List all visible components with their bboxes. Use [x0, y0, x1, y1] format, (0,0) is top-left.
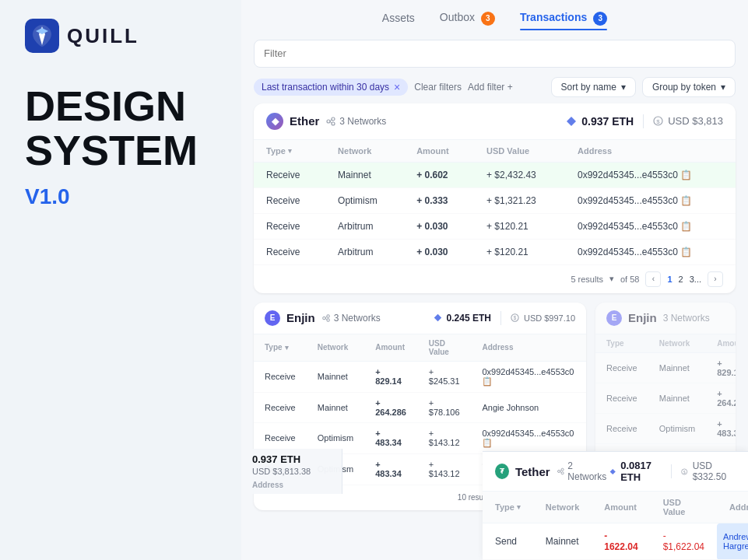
results-label[interactable]: 5 results	[571, 275, 603, 284]
page-2[interactable]: 2	[679, 275, 683, 284]
tx-network: Arbitrum	[325, 213, 404, 239]
enj-col-type[interactable]: Type ▾	[254, 334, 307, 362]
tx-amount: + 0.030	[404, 213, 474, 239]
ether-eth-amount: 0.937 ETH	[566, 115, 634, 128]
tether-header-right: 0.0817 ETH $ USD $332.50	[609, 460, 736, 483]
nav-outbox[interactable]: Outbox 3	[440, 11, 495, 29]
sort-icon: ▾	[609, 274, 614, 284]
tx-usd: + $120.21	[474, 239, 565, 264]
clear-filters-btn[interactable]: Clear filters	[414, 82, 462, 93]
tx-address[interactable]: 0x992d45345...e4553c0 📋	[471, 361, 586, 392]
enjin-ghost-icon: E	[606, 310, 622, 326]
tx-address[interactable]: 0x992d45345...e4553c0 📋	[565, 162, 736, 187]
ghost-col-type: Type	[595, 334, 648, 353]
token-name-area: ◆ Ether 3 Networks	[266, 113, 566, 130]
tx-address[interactable]: 0x992d45345...e4553c0 📋	[565, 213, 736, 239]
group-by-token-btn[interactable]: Group by token ▾	[642, 77, 736, 97]
ghost-col-network: Network	[648, 334, 706, 353]
ether-table: Type ▾ Network Amount USD Value Address …	[254, 140, 736, 265]
teth-col-type[interactable]: Type ▾	[483, 492, 533, 523]
tx-type: Send	[483, 523, 533, 560]
dollar-icon: $	[653, 116, 663, 126]
svg-marker-14	[434, 314, 441, 321]
tx-type: Receive	[254, 239, 325, 264]
tx-network: Mainnet	[325, 162, 404, 187]
svg-marker-6	[567, 117, 576, 126]
transactions-badge: 3	[593, 12, 607, 26]
tx-usd: - $1,622.04	[651, 523, 717, 560]
tether-icon: ₮	[495, 464, 509, 479]
add-filter-btn[interactable]: Add filter +	[468, 82, 513, 93]
ghost-usd: USD $3,813.38	[252, 467, 331, 476]
prev-page-btn[interactable]: ‹	[645, 271, 661, 287]
page-1[interactable]: 1	[667, 275, 672, 284]
svg-line-5	[330, 121, 332, 124]
design-system-title: DESIGN SYSTEM	[25, 84, 216, 172]
tx-address: Angie Johnson	[471, 392, 586, 422]
quill-logo-icon	[25, 19, 59, 53]
tether-name-area: ₮ Tether 2 Networks	[495, 460, 609, 482]
svg-point-3	[332, 122, 335, 125]
tx-address[interactable]: 0x992d45345...e4553c0 📋	[565, 187, 736, 213]
svg-marker-22	[609, 468, 615, 474]
tether-card: ₮ Tether 2 Networks 0.0817 ETH $ USD $33…	[483, 451, 748, 560]
chevron-down-icon: ▾	[621, 82, 626, 93]
svg-point-10	[327, 314, 329, 317]
enjin-ghost-header: E Enjin 3 Networks	[595, 303, 736, 334]
tx-address[interactable]: Andrew Hargreaves	[717, 523, 748, 560]
ghost-eth: 0.937 ETH	[252, 453, 331, 465]
enjin-ghost-name: Enjin	[628, 311, 657, 324]
enjin-dollar-icon: $	[511, 313, 519, 322]
tx-amount: + 0.030	[404, 239, 474, 264]
enjin-ghost-token: E Enjin 3 Networks	[606, 310, 725, 326]
ether-card-footer: 5 results ▾ of 58 ‹ 1 2 3... ›	[254, 265, 736, 293]
ether-icon: ◆	[266, 113, 283, 130]
table-row: Receive Mainnet + 829.14 + $245.31 0x992…	[254, 361, 586, 392]
tx-amount: + 483.34	[364, 453, 418, 485]
tx-type: Receive	[254, 187, 325, 213]
ether-card: ◆ Ether 3 Networks 0.937 ETH $ USD $3,81…	[254, 103, 736, 293]
eth-diamond-icon	[566, 116, 577, 127]
svg-line-20	[560, 470, 561, 471]
nav-transactions[interactable]: Transactions 3	[520, 11, 607, 29]
ether-card-header: ◆ Ether 3 Networks 0.937 ETH $ USD $3,81…	[254, 103, 736, 140]
svg-point-17	[557, 470, 560, 472]
tether-name: Tether	[515, 465, 550, 478]
svg-point-9	[322, 317, 325, 319]
next-page-btn[interactable]: ›	[708, 271, 723, 287]
sidebar: QUILL DESIGN SYSTEM V1.0	[0, 0, 241, 560]
tx-amount: - 1622.04	[592, 523, 650, 560]
svg-line-4	[330, 119, 332, 121]
tx-type: Receive	[254, 162, 325, 187]
filter-input[interactable]	[254, 40, 736, 68]
header-divider	[643, 114, 644, 128]
tx-usd: + $143.12	[418, 453, 472, 485]
tx-address[interactable]: 0x992d45345...e4553c0 📋	[471, 422, 586, 453]
tx-network: Mainnet	[307, 361, 364, 392]
enjin-name: Enjin	[286, 311, 315, 324]
enjin-card-header: E Enjin 3 Networks 0.245 ETH $ U	[254, 303, 586, 334]
ether-header-right: 0.937 ETH $ USD $3,813	[566, 114, 723, 128]
tx-address[interactable]: 0x992d45345...e4553c0 📋	[565, 239, 736, 264]
table-row: Receive Arbitrum + 0.030 + $120.21 0x992…	[254, 239, 736, 264]
enj-col-amount: Amount	[364, 334, 418, 362]
sort-controls: Sort by name ▾ Group by token ▾	[551, 77, 736, 97]
tx-network: Mainnet	[533, 523, 592, 560]
sort-by-name-btn[interactable]: Sort by name ▾	[551, 77, 636, 97]
svg-line-21	[560, 471, 561, 473]
tx-amount: + 264.286	[364, 392, 418, 422]
col-amount-header: Amount	[404, 140, 474, 163]
enjin-eth-amount: 0.245 ETH	[434, 313, 491, 324]
nav-assets[interactable]: Assets	[382, 12, 415, 27]
tx-type: Receive	[254, 361, 307, 392]
tx-amount: + 0.602	[404, 162, 474, 187]
svg-text:$: $	[683, 469, 686, 474]
outbox-badge: 3	[481, 12, 495, 26]
col-type-header[interactable]: Type ▾	[254, 140, 325, 163]
tether-networks-icon	[557, 467, 565, 476]
chip-close-icon[interactable]: ×	[394, 81, 400, 93]
tx-usd: + $143.12	[418, 422, 472, 453]
svg-text:$: $	[514, 315, 517, 320]
page-3[interactable]: 3...	[690, 275, 701, 284]
table-row: Receive Optimism + 0.333 + $1,321.23 0x9…	[254, 187, 736, 213]
